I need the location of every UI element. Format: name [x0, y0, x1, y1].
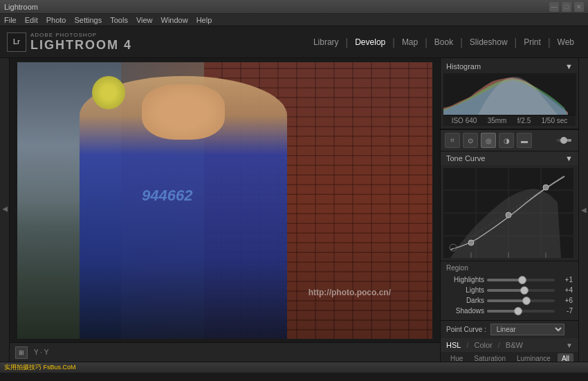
menu-item-tools[interactable]: Tools [110, 16, 128, 24]
hsl-subtab-luminance[interactable]: Luminance [513, 353, 555, 362]
flowers [92, 76, 125, 109]
brush-tool[interactable]: ◑ [499, 133, 514, 148]
histogram-canvas [443, 73, 576, 115]
menu-item-edit[interactable]: Edit [25, 16, 38, 24]
titlebar-title: Lightroom [4, 3, 38, 11]
region-label: Region [446, 264, 573, 272]
slider-label-darks: Darks [446, 297, 484, 304]
nav-tab-develop[interactable]: Develop [348, 35, 392, 50]
topnav: Lr ADOBE PHOTOSHOP LIGHTROOM 4 Library|D… [0, 26, 588, 58]
svg-point-11 [543, 185, 549, 190]
slider-label-shadows: Shadows [446, 307, 484, 315]
watermark-1: 944662 [142, 187, 192, 205]
zoom-level: Y · Y [34, 349, 48, 356]
tone-curve-canvas[interactable] [443, 168, 573, 258]
hsl-tabs: HSL / Color / B&W [446, 341, 523, 349]
slider-track-lights[interactable] [487, 289, 555, 292]
nav-tab-print[interactable]: Print [517, 35, 548, 50]
slider-value-lights: +4 [558, 286, 573, 294]
close-button[interactable]: ✕ [574, 2, 584, 12]
hsl-subtab-saturation[interactable]: Saturation [470, 353, 510, 362]
image-zoom-btn[interactable]: ⊞ [15, 346, 28, 359]
menu-item-photo[interactable]: Photo [46, 16, 66, 24]
slider-row-lights: Lights+4 [446, 286, 573, 294]
tool-icons-bar: ⌗ ⊙ ◎ ◑ ▬ [441, 129, 578, 151]
histogram-arrow-icon: ▼ [565, 62, 573, 71]
slider-thumb-shadows[interactable] [514, 307, 522, 315]
nav-tab-library[interactable]: Library [306, 35, 346, 50]
person-face [142, 84, 225, 140]
logo-area: Lr ADOBE PHOTOSHOP LIGHTROOM 4 [7, 32, 132, 53]
slider-row-highlights: Highlights+1 [446, 276, 573, 284]
tone-curve-svg [443, 168, 573, 258]
hsl-subtab-all[interactable]: All [558, 353, 573, 362]
slider-thumb-highlights[interactable] [518, 276, 526, 284]
heal-tool[interactable]: ⊙ [463, 133, 478, 148]
slider-thumb-darks[interactable] [522, 297, 531, 305]
hsl-tab[interactable]: HSL [446, 341, 461, 349]
tone-curve-header[interactable]: Tone Curve ▼ [441, 151, 578, 165]
maximize-button[interactable]: □ [562, 2, 571, 12]
minimize-button[interactable]: — [549, 2, 559, 12]
point-curve-select[interactable]: Linear Medium Contrast Strong Contrast [490, 324, 564, 335]
right-panel: Histogram ▼ ISO 640 35mm f/2.5 [440, 58, 578, 362]
color-tab[interactable]: Color [474, 341, 492, 349]
tone-curve-arrow-icon: ▼ [565, 154, 573, 162]
camera-info: ISO 640 35mm f/2.5 1/50 sec [443, 115, 576, 126]
right-arrow-icon: ◀ [581, 206, 587, 214]
exposure-slider[interactable] [556, 139, 572, 142]
histogram-header[interactable]: Histogram ▼ [443, 61, 576, 72]
image-container: 944662 http://photo.poco.cn/ [10, 58, 440, 342]
lr-badge: Lr [7, 32, 26, 52]
slider-track-shadows[interactable] [487, 310, 555, 313]
hsl-section: HSL / Color / B&W ▼ HueSaturationLuminan… [441, 338, 578, 362]
menu-item-help[interactable]: Help [196, 16, 212, 24]
hsl-header[interactable]: HSL / Color / B&W ▼ [441, 338, 578, 352]
focal-length: 35mm [488, 117, 507, 124]
tone-curve-section: Tone Curve ▼ [441, 151, 578, 261]
nav-tab-map[interactable]: Map [395, 35, 425, 50]
exposure-handle[interactable] [560, 137, 567, 144]
hsl-subtab-hue[interactable]: Hue [446, 353, 467, 362]
slider-track-highlights[interactable] [487, 279, 555, 281]
left-arrow-icon: ▶ [2, 206, 8, 214]
iso-value: ISO 640 [452, 117, 477, 124]
lr-title: LIGHTROOM 4 [30, 38, 132, 53]
histogram-label: Histogram [446, 62, 481, 71]
aperture-value: f/2.5 [517, 117, 531, 124]
region-sliders: Region Highlights+1Lights+4Darks+6Shadow… [441, 261, 578, 320]
nav-tab-web[interactable]: Web [551, 35, 581, 50]
svg-point-10 [506, 212, 511, 218]
redeye-tool[interactable]: ◎ [481, 133, 496, 148]
slider-value-shadows: -7 [558, 307, 573, 315]
histogram-svg [443, 73, 576, 115]
menubar: FileEditPhotoSettingsToolsViewWindowHelp [0, 14, 588, 26]
statusbar: 实用拍摄技巧 FsBus.CoM [0, 362, 588, 373]
histogram-section: Histogram ▼ ISO 640 35mm f/2.5 [441, 58, 578, 129]
menu-item-file[interactable]: File [4, 16, 17, 24]
image-bottom-bar: ⊞ Y · Y [10, 342, 440, 362]
right-panel-toggle[interactable]: ◀ [578, 58, 588, 362]
region-section: Region Highlights+1Lights+4Darks+6Shadow… [441, 261, 578, 321]
menu-item-window[interactable]: Window [161, 16, 188, 24]
bw-tab[interactable]: B&W [506, 341, 523, 349]
slider-thumb-lights[interactable] [520, 286, 529, 295]
window-controls: — □ ✕ [549, 2, 584, 12]
nav-tab-book[interactable]: Book [428, 35, 460, 50]
nav-tabs: Library|Develop|Map|Book|Slideshow|Print… [306, 35, 581, 50]
adobe-text: ADOBE PHOTOSHOP [30, 32, 132, 38]
crop-tool[interactable]: ⌗ [445, 133, 460, 148]
menu-item-settings[interactable]: Settings [74, 16, 102, 24]
slider-row-shadows: Shadows-7 [446, 307, 573, 315]
menu-item-view[interactable]: View [136, 16, 153, 24]
main-content: ▶ 944662 http://photo.poco.cn/ [0, 58, 588, 362]
tone-curve-content [441, 165, 578, 261]
filter-tool[interactable]: ▬ [517, 133, 532, 148]
nav-tab-slideshow[interactable]: Slideshow [463, 35, 515, 50]
point-curve-label: Point Curve : [446, 326, 486, 333]
slider-track-darks[interactable] [487, 299, 555, 302]
hsl-arrow-icon: ▼ [566, 342, 573, 349]
statusbar-text: 实用拍摄技巧 FsBus.CoM [4, 363, 76, 372]
left-panel-toggle[interactable]: ▶ [0, 58, 10, 362]
tone-curve-label: Tone Curve [446, 154, 485, 162]
